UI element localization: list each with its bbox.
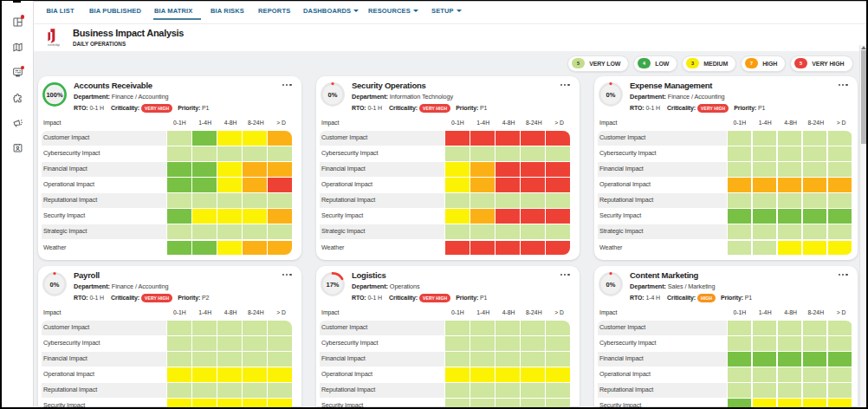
svg-text:0%: 0% [606,91,616,99]
svg-text:0%: 0% [50,281,60,289]
svg-text:0%: 0% [328,91,338,99]
svg-text:100%: 100% [46,91,63,99]
svg-text:everbridge: everbridge [48,43,60,47]
svg-text:17%: 17% [326,281,339,289]
svg-text:0%: 0% [606,281,616,289]
